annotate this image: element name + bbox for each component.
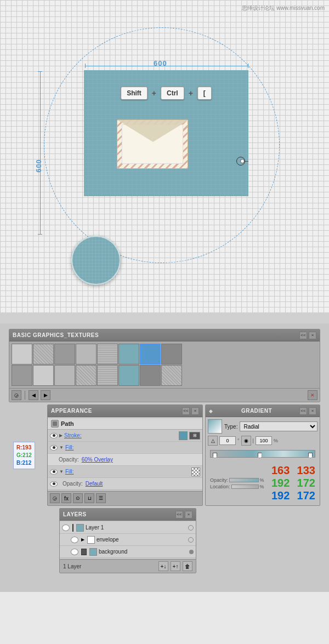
appearance-panel-controls[interactable]: << × [182,407,199,415]
texture-swatch-12[interactable] [76,365,97,386]
layers-delete-btn[interactable]: 🗑 [183,561,192,571]
rgb-left-section: Opacity: % Location: % [210,477,264,489]
gradient-type-select[interactable]: Radial [240,421,317,431]
rgb-g-value: 212 [22,452,32,458]
stroke-label[interactable]: Stroke: [64,432,177,438]
gradient-angle-input[interactable] [219,436,236,445]
fill-opacity-row: ▼ Fill: [48,442,202,454]
texture-swatch-11[interactable] [54,365,75,386]
texture-swatch-15[interactable] [140,365,161,386]
texture-swatch-3[interactable] [54,344,75,364]
layers-panel: LAYERS << × Layer 1 ▶ envelope [59,508,196,573]
rgb-b-value: 212 [22,460,32,466]
texture-tool-delete[interactable]: ✕ [308,390,317,400]
texture-swatch-5[interactable] [97,344,118,364]
appearance-tool-2[interactable]: fx [61,493,71,503]
texture-tool-prev[interactable]: ◀ [29,390,38,400]
texture-swatch-4[interactable] [76,344,97,364]
opacity-slider[interactable] [229,478,259,482]
layers-close-btn[interactable]: × [185,511,192,518]
fill2-swatch[interactable] [191,468,200,476]
texture-swatch-8[interactable] [161,344,182,364]
location-slider[interactable] [231,485,259,489]
gradient-ctrl-1[interactable]: △ [208,436,218,446]
texture-swatch-16[interactable] [161,365,182,386]
gradient-stop-mid[interactable] [258,453,262,458]
gradient-collapse-btn[interactable]: << [299,407,307,415]
textures-panel-controls[interactable]: << × [299,332,316,339]
layer-row-background[interactable]: background [60,546,196,558]
texture-swatch-1[interactable] [12,344,32,364]
opacity2-visibility-icon[interactable] [50,481,58,487]
envelope-expand-arrow[interactable]: ▶ [81,537,84,542]
layer1-name: Layer 1 [86,525,186,531]
fill2-visibility-icon[interactable] [50,469,58,475]
appearance-tool-3[interactable]: ⊙ [73,493,83,503]
gradient-stop-right[interactable] [308,453,313,458]
appearance-close-btn[interactable]: × [191,407,199,415]
stroke-color-swatch[interactable] [179,431,188,440]
layers-footer: 1 Layer +↓ +↑ 🗑 [60,559,196,573]
texture-swatch-9[interactable] [12,365,32,386]
stroke-options[interactable]: ⊞ [189,432,200,440]
appearance-tool-4[interactable]: ⊔ [84,493,94,503]
gradient-ctrl-2[interactable]: ◉ [241,436,251,446]
gradient-controls-row: △ ° ◉ | % [208,436,317,446]
appearance-tool-1[interactable]: ◶ [50,493,60,503]
texture-swatch-2[interactable] [33,344,54,364]
background-target-icon[interactable] [189,550,194,554]
gradient-pct-input[interactable] [256,436,272,445]
fill2-label[interactable]: Fill: [65,469,190,475]
path-label: Path [61,420,74,427]
textures-close-btn[interactable]: × [309,332,316,339]
fill-opacity-text: Fill: [65,444,200,451]
layers-new-layer-btn[interactable]: +↓ [158,561,168,571]
stroke-expand-arrow[interactable]: ▶ [59,433,63,438]
key-bracket: [ [197,87,212,100]
layer1-target-icon[interactable] [188,525,194,531]
transform-origin-point[interactable] [236,157,245,166]
textures-collapse-btn[interactable]: << [299,332,307,339]
fill-opacity-arrow[interactable]: ▼ [59,445,64,450]
appearance-tool-5[interactable]: ☰ [96,493,106,503]
gradient-bar[interactable] [210,450,315,458]
canvas-area: 600 600 Shift + Ctrl + [ [0,0,329,312]
texture-swatch-14[interactable] [118,365,139,386]
texture-tool-next[interactable]: ▶ [41,390,50,400]
layer1-visibility-icon[interactable] [62,525,70,531]
texture-swatch-13[interactable] [97,365,118,386]
rgb-g-label: G: [16,452,22,458]
fill-label-2[interactable]: Fill: [65,444,74,451]
gradient-pct-sign: % [274,438,278,443]
appearance-collapse-btn[interactable]: << [182,407,190,415]
layers-collapse-btn[interactable]: << [175,511,183,518]
opacity2-value[interactable]: Default [86,481,103,487]
layers-panel-controls[interactable]: << × [175,511,192,518]
appearance-body: Path ▶ Stroke: ⊞ ▼ Fill: [48,417,202,491]
fill-row-2[interactable]: ▼ Fill: [48,466,202,478]
gradient-preview-small[interactable] [208,419,222,434]
layer-row-1[interactable]: Layer 1 [60,522,196,534]
envelope-visibility-icon[interactable] [71,537,78,543]
gradient-close-btn[interactable]: × [309,407,316,415]
fill2-expand-arrow[interactable]: ▼ [59,469,64,474]
envelope-target-icon[interactable] [188,537,194,543]
background-visibility-icon[interactable] [71,549,78,555]
texture-swatch-10[interactable] [33,365,54,386]
dimension-line-left [40,71,41,235]
layer-row-envelope[interactable]: ▶ envelope [60,534,196,546]
gradient-panel-controls[interactable]: << × [299,407,316,415]
texture-swatch-7[interactable] [140,344,161,364]
opacity-value[interactable]: 60% Overlay [82,457,113,463]
layers-add-btn[interactable]: +↑ [171,561,180,571]
fill-opacity-visibility-icon[interactable] [50,445,58,451]
background-layer-name: background [99,549,188,555]
texture-swatch-6[interactable] [118,344,139,364]
background-lock-icon [81,549,87,555]
gradient-stop-left[interactable] [213,453,217,458]
texture-tool-add[interactable]: ◶ [12,390,21,400]
shortcut-bar: Shift + Ctrl + [ [121,87,212,100]
stroke-row[interactable]: ▶ Stroke: ⊞ [48,430,202,442]
rgb-right-section: 163 192 192 [271,464,290,502]
stroke-visibility-icon[interactable] [50,433,58,438]
